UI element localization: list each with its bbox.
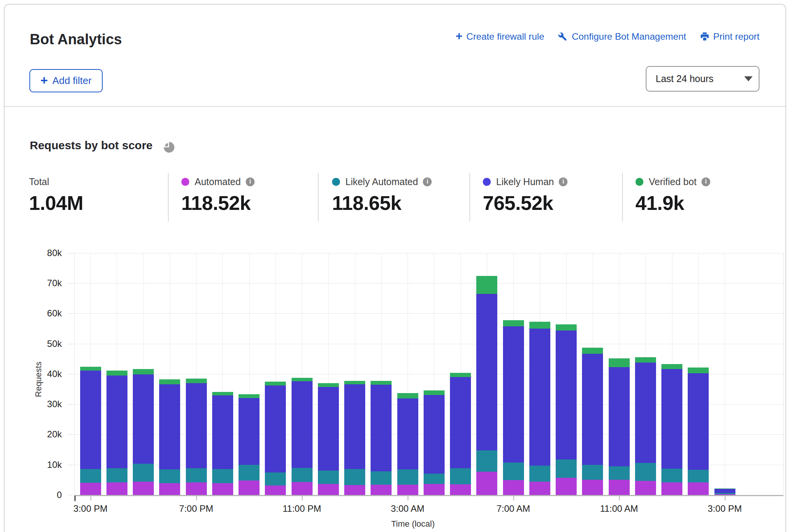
- bar-segment-verified-bot[interactable]: [133, 369, 154, 374]
- configure-bot-management-link[interactable]: Configure Bot Management: [558, 31, 686, 42]
- bar-segment-verified-bot[interactable]: [159, 379, 180, 384]
- bar-segment-verified-bot[interactable]: [424, 390, 445, 395]
- bar-segment-likely-human[interactable]: [503, 326, 524, 463]
- bar-segment-automated[interactable]: [265, 485, 286, 495]
- bar-segment-likely-automated[interactable]: [688, 470, 709, 482]
- bar-segment-likely-automated[interactable]: [159, 469, 180, 483]
- bar-segment-automated[interactable]: [212, 483, 233, 495]
- bar-segment-verified-bot[interactable]: [661, 364, 682, 369]
- bar-segment-likely-automated[interactable]: [344, 469, 365, 485]
- bar-segment-verified-bot[interactable]: [292, 378, 313, 381]
- bar-segment-likely-automated[interactable]: [106, 468, 127, 482]
- bar-segment-verified-bot[interactable]: [503, 320, 524, 326]
- bar-segment-likely-human[interactable]: [397, 398, 418, 469]
- bar-segment-likely-human[interactable]: [186, 383, 207, 468]
- bar-segment-automated[interactable]: [133, 482, 154, 495]
- bar-segment-likely-automated[interactable]: [503, 463, 524, 480]
- bar-segment-likely-human[interactable]: [582, 354, 603, 464]
- bar-segment-likely-automated[interactable]: [450, 468, 471, 484]
- bar-segment-likely-human[interactable]: [635, 363, 656, 463]
- bar-segment-likely-human[interactable]: [344, 384, 365, 469]
- bar-segment-verified-bot[interactable]: [556, 324, 577, 330]
- bar-segment-verified-bot[interactable]: [529, 322, 550, 328]
- bar-segment-verified-bot[interactable]: [635, 357, 656, 362]
- bar-segment-verified-bot[interactable]: [371, 381, 392, 385]
- bar-segment-automated[interactable]: [556, 478, 577, 495]
- bar-segment-automated[interactable]: [186, 482, 207, 495]
- time-range-select[interactable]: Last 24 hours: [646, 66, 759, 92]
- bar-segment-automated[interactable]: [106, 482, 127, 495]
- bar-segment-likely-human[interactable]: [159, 384, 180, 469]
- bar-segment-likely-human[interactable]: [688, 373, 709, 470]
- bar-segment-likely-automated[interactable]: [714, 493, 735, 494]
- bar-segment-automated[interactable]: [159, 483, 180, 495]
- bar-segment-likely-automated[interactable]: [265, 472, 286, 485]
- bar-segment-automated[interactable]: [609, 480, 630, 495]
- bar-segment-automated[interactable]: [344, 485, 365, 495]
- bar-segment-automated[interactable]: [424, 484, 445, 495]
- bar-segment-verified-bot[interactable]: [714, 488, 735, 489]
- bar-segment-verified-bot[interactable]: [80, 367, 101, 371]
- info-icon[interactable]: i: [246, 177, 255, 186]
- bar-segment-likely-human[interactable]: [450, 377, 471, 468]
- bar-segment-likely-human[interactable]: [212, 395, 233, 469]
- bar-segment-likely-human[interactable]: [133, 374, 154, 464]
- bar-segment-likely-human[interactable]: [609, 367, 630, 466]
- info-icon[interactable]: i: [423, 177, 432, 186]
- bar-segment-likely-automated[interactable]: [529, 466, 550, 482]
- info-icon[interactable]: i: [701, 177, 710, 186]
- bar-segment-verified-bot[interactable]: [609, 358, 630, 367]
- info-icon[interactable]: i: [559, 177, 568, 186]
- bar-segment-likely-human[interactable]: [265, 385, 286, 472]
- bar-segment-likely-human[interactable]: [292, 381, 313, 468]
- bar-segment-verified-bot[interactable]: [344, 381, 365, 384]
- bar-segment-likely-automated[interactable]: [371, 471, 392, 485]
- bar-segment-likely-human[interactable]: [371, 385, 392, 471]
- bar-segment-automated[interactable]: [661, 482, 682, 495]
- bar-segment-verified-bot[interactable]: [688, 368, 709, 373]
- bar-segment-likely-human[interactable]: [661, 369, 682, 469]
- bar-segment-automated[interactable]: [635, 481, 656, 495]
- bar-segment-likely-automated[interactable]: [424, 474, 445, 484]
- bar-segment-automated[interactable]: [503, 480, 524, 495]
- bar-segment-automated[interactable]: [529, 482, 550, 495]
- bar-segment-likely-automated[interactable]: [239, 465, 260, 480]
- bar-segment-verified-bot[interactable]: [212, 392, 233, 396]
- bar-segment-likely-automated[interactable]: [292, 468, 313, 482]
- add-filter-button[interactable]: + Add filter: [29, 69, 103, 92]
- bar-segment-verified-bot[interactable]: [318, 383, 339, 387]
- bar-segment-likely-automated[interactable]: [582, 465, 603, 480]
- bar-segment-automated[interactable]: [80, 483, 101, 495]
- bar-segment-likely-human[interactable]: [476, 294, 497, 450]
- bar-segment-likely-automated[interactable]: [133, 464, 154, 482]
- bar-segment-likely-human[interactable]: [80, 371, 101, 469]
- bar-segment-verified-bot[interactable]: [450, 373, 471, 377]
- bar-segment-likely-automated[interactable]: [661, 469, 682, 482]
- bar-segment-likely-automated[interactable]: [212, 469, 233, 483]
- bar-segment-likely-automated[interactable]: [609, 466, 630, 480]
- bar-segment-automated[interactable]: [318, 484, 339, 495]
- bar-segment-verified-bot[interactable]: [397, 393, 418, 398]
- bar-segment-verified-bot[interactable]: [582, 348, 603, 354]
- bar-segment-likely-automated[interactable]: [397, 469, 418, 485]
- bar-segment-automated[interactable]: [397, 485, 418, 495]
- bar-segment-verified-bot[interactable]: [239, 394, 260, 398]
- bar-segment-verified-bot[interactable]: [186, 379, 207, 383]
- bar-segment-likely-automated[interactable]: [635, 463, 656, 481]
- bar-segment-verified-bot[interactable]: [265, 382, 286, 385]
- bar-segment-automated[interactable]: [292, 482, 313, 495]
- bar-segment-likely-human[interactable]: [529, 329, 550, 466]
- bar-segment-likely-automated[interactable]: [556, 459, 577, 478]
- print-report-link[interactable]: Print report: [700, 31, 759, 42]
- bar-segment-likely-human[interactable]: [106, 376, 127, 468]
- bar-segment-likely-automated[interactable]: [80, 469, 101, 483]
- bar-segment-likely-human[interactable]: [239, 398, 260, 464]
- bar-segment-automated[interactable]: [688, 482, 709, 495]
- bar-segment-automated[interactable]: [582, 480, 603, 495]
- bar-segment-likely-automated[interactable]: [318, 471, 339, 484]
- bar-segment-automated[interactable]: [239, 480, 260, 495]
- bar-segment-automated[interactable]: [450, 484, 471, 495]
- bar-segment-likely-automated[interactable]: [476, 450, 497, 472]
- bar-segment-automated[interactable]: [371, 485, 392, 495]
- bar-segment-likely-human[interactable]: [318, 387, 339, 471]
